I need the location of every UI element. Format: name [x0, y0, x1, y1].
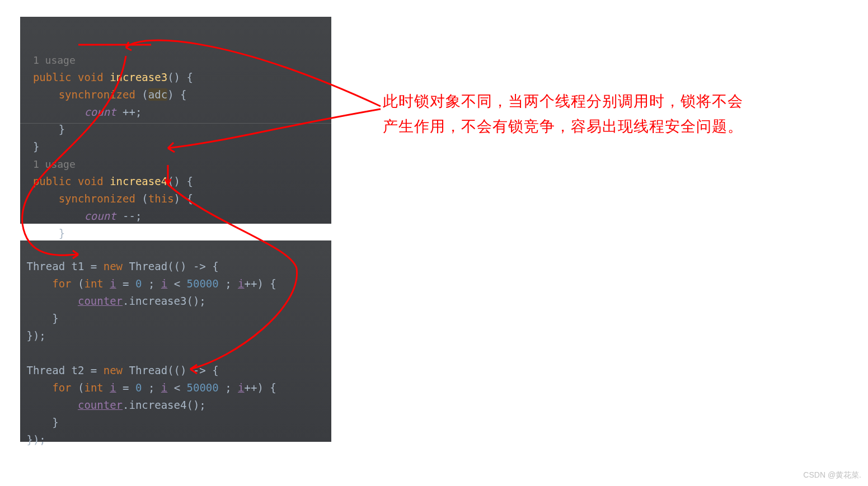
code-text: () {	[167, 71, 193, 83]
code-text: () {	[167, 175, 193, 187]
annotation-line-2: 产生作用，不会有锁竞争，容易出现线程安全问题。	[383, 114, 743, 139]
code-text: Thread(() -> {	[129, 260, 219, 272]
code-text: });	[26, 329, 45, 342]
usage-hint-1: 1 usage	[33, 54, 76, 66]
code-text	[26, 277, 52, 290]
variable: i	[238, 381, 244, 394]
variable: i	[238, 277, 244, 290]
code-text: (	[142, 192, 148, 205]
code-text: });	[26, 433, 45, 446]
code-text: ;	[142, 381, 161, 394]
variable: counter	[78, 399, 123, 411]
code-text: }	[33, 227, 65, 239]
code-text: .increase4();	[123, 399, 206, 411]
keyword: new	[104, 260, 129, 272]
code-text: Thread t2 =	[26, 364, 103, 376]
variable: i	[110, 277, 116, 290]
number: 50000	[187, 277, 219, 290]
code-text: (	[142, 88, 148, 101]
method-name: increase3	[110, 71, 167, 83]
code-text: ;	[219, 381, 238, 394]
code-text: Thread t1 =	[26, 260, 103, 272]
keyword: synchronized	[59, 88, 142, 101]
keyword: public	[33, 175, 78, 187]
number: 0	[135, 381, 142, 394]
code-text: Thread(() -> {	[129, 364, 219, 376]
keyword: int	[84, 277, 110, 290]
keyword: new	[104, 364, 129, 376]
annotation-text: 此时锁对象不同，当两个线程分别调用时，锁将不会 产生作用，不会有锁竞争，容易出现…	[383, 89, 743, 139]
code-text: =	[116, 277, 135, 290]
code-text: }	[33, 140, 39, 153]
code-text: <	[167, 277, 186, 290]
variable: i	[110, 381, 116, 394]
variable: i	[161, 277, 167, 290]
code-text: }	[26, 312, 58, 324]
code-text	[26, 399, 78, 411]
code-text: <	[167, 381, 186, 394]
keyword-this: this	[148, 192, 174, 205]
code-block-2: Thread t1 = new Thread(() -> { for (int …	[20, 240, 331, 442]
variable-highlighted: adc	[148, 88, 167, 101]
field: count	[84, 106, 116, 118]
variable: i	[161, 381, 167, 394]
keyword: int	[84, 381, 110, 394]
code-text: ++;	[116, 106, 142, 118]
keyword: for	[52, 381, 78, 394]
code-text: .increase3();	[123, 295, 206, 307]
code-text: (	[78, 277, 84, 290]
keyword: void	[78, 175, 110, 187]
code-text: }	[33, 123, 65, 135]
keyword: public	[33, 71, 78, 83]
code-text	[26, 295, 78, 307]
keyword: synchronized	[59, 192, 142, 205]
code-text: ++) {	[245, 381, 276, 394]
code-text	[26, 381, 52, 394]
keyword: void	[78, 71, 110, 83]
code-text: --;	[116, 210, 142, 222]
code-text: ;	[219, 277, 238, 290]
variable: counter	[78, 295, 123, 307]
code-text: ;	[142, 277, 161, 290]
separator	[20, 123, 331, 124]
number: 50000	[187, 381, 219, 394]
code-block-1: 1 usage public void increase3() { synchr…	[20, 17, 331, 224]
annotation-line-1: 此时锁对象不同，当两个线程分别调用时，锁将不会	[383, 89, 743, 114]
watermark: CSDN @黄花菜.	[803, 470, 861, 480]
usage-hint-2: 1 usage	[33, 158, 76, 170]
code-text: }	[26, 416, 58, 428]
code-text: ) {	[174, 192, 193, 205]
number: 0	[135, 277, 142, 290]
field: count	[84, 210, 116, 222]
keyword: for	[52, 277, 78, 290]
code-text: (	[78, 381, 84, 394]
code-text: ++) {	[245, 277, 276, 290]
code-text: ) {	[167, 88, 186, 101]
code-text: =	[116, 381, 135, 394]
method-name: increase4	[110, 175, 167, 187]
